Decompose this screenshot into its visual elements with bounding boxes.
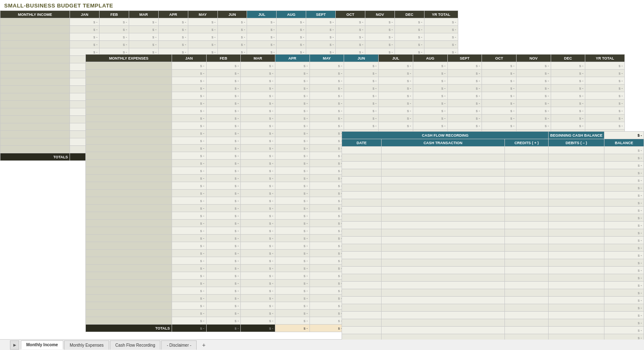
exp-totals-cell[interactable]: $ - — [241, 325, 275, 332]
cashflow-debits-cell[interactable] — [549, 282, 604, 289]
exp-label-cell[interactable] — [86, 242, 172, 250]
exp-label-cell[interactable] — [86, 107, 172, 115]
exp-data-cell[interactable]: $ - — [275, 145, 310, 152]
income-data-cell[interactable]: $ - — [217, 41, 247, 48]
exp-data-cell[interactable]: $ - — [379, 100, 413, 107]
exp-label-cell[interactable] — [86, 175, 172, 182]
income-data-cell[interactable]: $ - — [70, 41, 100, 48]
income-data-cell[interactable]: $ - — [100, 26, 129, 33]
exp-data-cell[interactable]: $ - — [310, 227, 344, 235]
cashflow-transaction-cell[interactable] — [382, 252, 505, 259]
exp-data-cell[interactable]: $ - — [344, 107, 379, 115]
exp-data-cell[interactable]: $ - — [206, 115, 241, 122]
cashflow-transaction-cell[interactable] — [382, 222, 505, 229]
exp-label-cell[interactable] — [86, 220, 172, 227]
exp-data-cell[interactable]: $ - — [275, 227, 310, 235]
exp-data-cell[interactable]: $ - — [275, 115, 310, 122]
exp-data-cell[interactable]: $ - — [447, 92, 482, 100]
exp-data-cell[interactable]: $ - — [551, 92, 585, 100]
exp-data-cell[interactable]: $ - — [413, 85, 447, 92]
exp-data-cell[interactable]: $ - — [413, 77, 447, 85]
exp-data-cell[interactable]: $ - — [344, 62, 379, 70]
exp-data-cell[interactable]: $ - — [275, 235, 310, 242]
exp-data-cell[interactable]: $ - — [241, 287, 275, 295]
exp-data-cell[interactable]: $ - — [551, 115, 585, 122]
exp-data-cell[interactable]: $ - — [241, 160, 275, 167]
exp-label-cell[interactable] — [86, 227, 172, 235]
tab-prev-btn[interactable]: ▶ — [10, 340, 19, 350]
exp-data-cell[interactable]: $ - — [206, 235, 241, 242]
cashflow-debits-cell[interactable] — [549, 214, 604, 222]
exp-data-cell[interactable]: $ - — [241, 70, 275, 77]
cashflow-date-cell[interactable] — [342, 169, 382, 177]
exp-data-cell[interactable]: $ - — [310, 145, 344, 152]
exp-data-cell[interactable]: $ - — [310, 257, 344, 265]
exp-label-cell[interactable] — [86, 272, 172, 280]
exp-data-cell[interactable]: $ - — [206, 227, 241, 235]
exp-data-cell[interactable]: $ - — [551, 77, 585, 85]
cashflow-credits-cell[interactable] — [504, 289, 549, 297]
exp-data-cell[interactable]: $ - — [275, 302, 310, 310]
income-label-cell[interactable] — [0, 41, 70, 48]
exp-data-cell[interactable]: $ - — [172, 137, 206, 145]
exp-data-cell[interactable]: $ - — [310, 295, 344, 302]
cashflow-transaction-cell[interactable] — [382, 319, 505, 327]
income-data-cell[interactable]: $ - — [306, 26, 336, 33]
cashflow-date-cell[interactable] — [342, 297, 382, 304]
exp-data-cell[interactable]: $ - — [275, 77, 310, 85]
income-label-cell[interactable] — [0, 93, 70, 101]
cashflow-balance-cell[interactable]: $ - — [604, 267, 644, 274]
cashflow-date-cell[interactable] — [342, 199, 382, 207]
exp-data-cell[interactable]: $ - — [241, 130, 275, 137]
exp-data-cell[interactable]: $ - — [241, 295, 275, 302]
exp-data-cell[interactable]: $ - — [551, 100, 585, 107]
cashflow-credits-cell[interactable] — [504, 192, 549, 199]
cashflow-date-cell[interactable] — [342, 259, 382, 267]
exp-data-cell[interactable]: $ - — [344, 77, 379, 85]
exp-data-cell[interactable]: $ - — [310, 197, 344, 205]
cashflow-balance-cell[interactable]: $ - — [604, 207, 644, 214]
cashflow-debits-cell[interactable] — [549, 274, 604, 282]
exp-data-cell[interactable]: $ - — [172, 122, 206, 130]
exp-data-cell[interactable]: $ - — [413, 122, 447, 130]
exp-data-cell[interactable]: $ - — [516, 115, 551, 122]
income-data-cell[interactable]: $ - — [188, 26, 217, 33]
exp-data-cell[interactable]: $ - — [275, 250, 310, 257]
cashflow-balance-cell[interactable]: $ - — [604, 177, 644, 184]
cashflow-credits-cell[interactable] — [504, 267, 549, 274]
cashflow-credits-cell[interactable] — [504, 229, 549, 237]
cashflow-date-cell[interactable] — [342, 244, 382, 252]
cashflow-credits-cell[interactable] — [504, 222, 549, 229]
cashflow-credits-cell[interactable] — [504, 162, 549, 169]
exp-data-cell[interactable]: $ - — [275, 70, 310, 77]
exp-label-cell[interactable] — [86, 250, 172, 257]
exp-data-cell[interactable]: $ - — [310, 242, 344, 250]
exp-data-cell[interactable]: $ - — [206, 250, 241, 257]
exp-data-cell[interactable]: $ - — [241, 205, 275, 212]
exp-data-cell[interactable]: $ - — [551, 62, 585, 70]
exp-data-cell[interactable]: $ - — [172, 62, 206, 70]
exp-data-cell[interactable]: $ - — [275, 182, 310, 190]
exp-data-cell[interactable]: $ - — [344, 100, 379, 107]
cashflow-debits-cell[interactable] — [549, 267, 604, 274]
exp-data-cell[interactable]: $ - — [310, 212, 344, 220]
exp-data-cell[interactable]: $ - — [206, 167, 241, 175]
cashflow-debits-cell[interactable] — [549, 162, 604, 169]
income-data-cell[interactable]: $ - — [247, 41, 277, 48]
exp-data-cell[interactable]: $ - — [413, 100, 447, 107]
cashflow-credits-cell[interactable] — [504, 154, 549, 162]
exp-label-cell[interactable] — [86, 167, 172, 175]
exp-label-cell[interactable] — [86, 182, 172, 190]
exp-data-cell[interactable]: $ - — [447, 115, 482, 122]
cashflow-debits-cell[interactable] — [549, 169, 604, 177]
exp-label-cell[interactable] — [86, 100, 172, 107]
cashflow-transaction-cell[interactable] — [382, 177, 505, 184]
exp-data-cell[interactable]: $ - — [310, 272, 344, 280]
cashflow-balance-cell[interactable]: $ - — [604, 312, 644, 319]
cashflow-date-cell[interactable] — [342, 207, 382, 214]
exp-data-cell[interactable]: $ - — [379, 62, 413, 70]
exp-data-cell[interactable]: $ - — [379, 107, 413, 115]
exp-data-cell[interactable]: $ - — [275, 100, 310, 107]
cashflow-credits-cell[interactable] — [504, 244, 549, 252]
exp-data-cell[interactable]: $ - — [551, 122, 585, 130]
